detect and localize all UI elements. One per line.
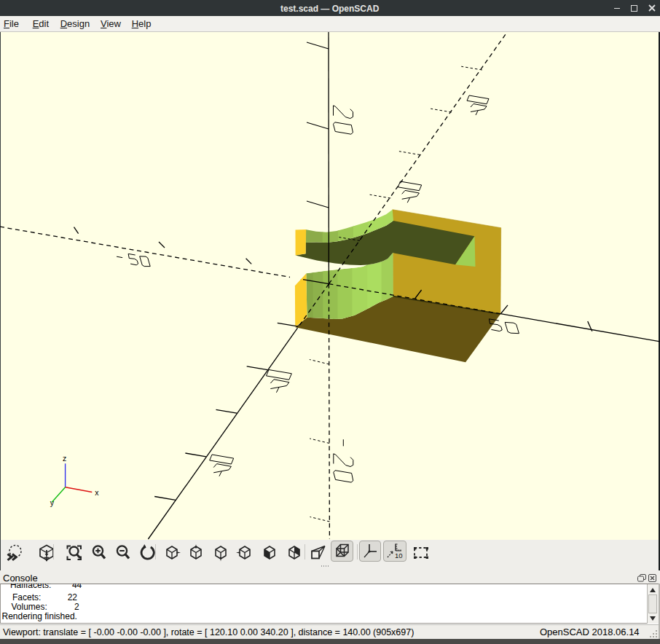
svg-text:x: x	[95, 488, 99, 497]
svg-text:y: y	[50, 498, 55, 507]
svg-text:z: z	[63, 454, 66, 463]
